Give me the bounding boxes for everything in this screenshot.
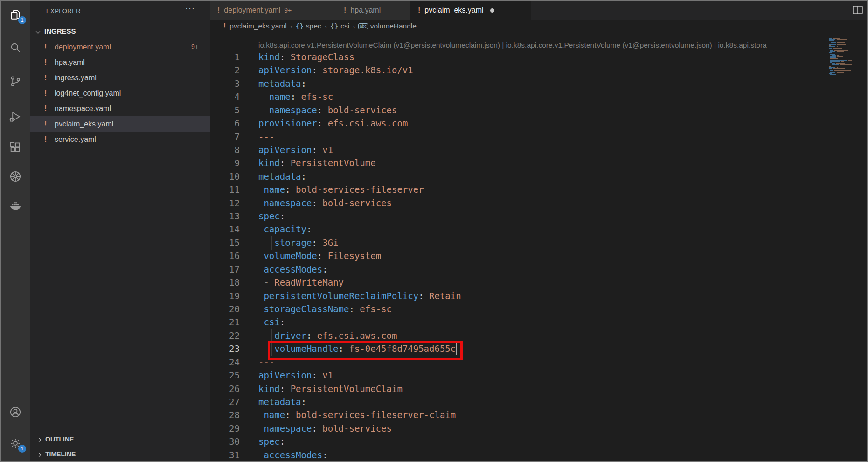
code-line-9[interactable]: 9kind: PersistentVolume <box>210 156 867 170</box>
code-line-27[interactable]: 27metadata: <box>210 395 867 409</box>
code-line-7[interactable]: 7--- <box>210 130 867 144</box>
code-line-8[interactable]: 8apiVersion: v1 <box>210 143 867 157</box>
code-line-10[interactable]: 10metadata: <box>210 170 867 183</box>
code-text: volumeMode: Filesystem <box>258 249 381 262</box>
code-text: kind: PersistentVolumeClaim <box>258 382 403 395</box>
line-number: 11 <box>210 183 240 196</box>
code-line-15[interactable]: 15storage: 3Gi <box>210 236 867 250</box>
code-line-21[interactable]: 21csi: <box>210 315 867 329</box>
code-line-29[interactable]: 29namespace: bold-services <box>210 422 867 435</box>
file-name: pvclaim_eks.yaml <box>55 116 113 132</box>
code-text: volumeHandle: fs-0e45f8d7495ad655c <box>258 342 456 355</box>
editor-group: !deployment.yaml9+!hpa.yaml!pvclaim_eks.… <box>210 1 867 461</box>
warning-icon: ! <box>44 70 47 85</box>
line-number: 8 <box>210 143 240 156</box>
code-line-30[interactable]: 30spec: <box>210 435 867 448</box>
code-line-20[interactable]: 20storageClassName: efs-sc <box>210 302 867 316</box>
code-text: csi: <box>258 315 285 329</box>
code-line-12[interactable]: 12namespace: bold-services <box>210 196 867 210</box>
code-text: spec: <box>258 435 285 448</box>
vscode-window: 1 1 EXPLORER ··· INGRESS <box>0 0 868 462</box>
line-number: 26 <box>210 382 240 395</box>
code-line-24[interactable]: 24--- <box>210 356 867 369</box>
line-number: 2 <box>210 63 240 77</box>
file-item-namespace.yaml[interactable]: !namespace.yaml <box>30 101 210 116</box>
line-number: 27 <box>210 395 240 408</box>
code-line-14[interactable]: 14capacity: <box>210 223 867 236</box>
code-text: name: efs-sc <box>258 90 333 103</box>
code-text: metadata: <box>258 395 306 408</box>
chevron-right-icon <box>37 453 42 457</box>
line-number: 18 <box>210 276 240 289</box>
code-line-4[interactable]: 4name: efs-sc <box>210 90 867 104</box>
activity-bar: 1 1 <box>1 1 30 461</box>
code-line-11[interactable]: 11name: bold-services-fileserver <box>210 183 867 196</box>
code-area[interactable]: 1kind: StorageClass2apiVersion: storage.… <box>210 1 867 461</box>
code-line-6[interactable]: 6provisioner: efs.csi.aws.com <box>210 117 867 130</box>
settings-gear-icon[interactable]: 1 <box>1 431 30 455</box>
kubernetes-icon[interactable] <box>1 164 30 189</box>
line-number: 31 <box>210 448 240 462</box>
explorer-icon[interactable]: 1 <box>1 3 30 27</box>
line-number: 20 <box>210 302 240 315</box>
code-line-23[interactable]: 23volumeHandle: fs-0e45f8d7495ad655c <box>210 342 867 356</box>
code-line-25[interactable]: 25apiVersion: v1 <box>210 369 867 382</box>
line-number: 25 <box>210 369 240 382</box>
outline-panel-header[interactable]: OUTLINE <box>30 432 210 446</box>
file-item-log4net_config.yaml[interactable]: !log4net_config.yaml <box>30 85 210 101</box>
code-line-17[interactable]: 17accessModes: <box>210 263 867 276</box>
code-text: namespace: bold-services <box>258 104 397 117</box>
line-number: 15 <box>210 236 240 249</box>
line-number: 1 <box>210 50 240 63</box>
source-control-icon[interactable] <box>1 69 30 93</box>
line-number: 14 <box>210 223 240 236</box>
code-line-1[interactable]: 1kind: StorageClass <box>210 50 867 64</box>
file-name: hpa.yaml <box>55 55 85 70</box>
code-line-5[interactable]: 5namespace: bold-services <box>210 104 867 117</box>
file-name: log4net_config.yaml <box>55 85 121 101</box>
code-line-26[interactable]: 26kind: PersistentVolumeClaim <box>210 382 867 396</box>
run-debug-icon[interactable] <box>1 105 30 129</box>
file-item-deployment.yaml[interactable]: !deployment.yaml9+ <box>30 39 210 55</box>
code-line-13[interactable]: 13spec: <box>210 210 867 223</box>
line-number: 13 <box>210 210 240 223</box>
code-line-3[interactable]: 3metadata: <box>210 77 867 91</box>
code-text: accessModes: <box>258 263 328 276</box>
file-item-pvclaim_eks.yaml[interactable]: !pvclaim_eks.yaml <box>30 116 210 132</box>
file-item-service.yaml[interactable]: !service.yaml <box>30 132 210 147</box>
account-icon[interactable] <box>1 400 30 424</box>
code-text: kind: PersistentVolume <box>258 156 376 169</box>
file-item-hpa.yaml[interactable]: !hpa.yaml <box>30 55 210 70</box>
docker-icon[interactable] <box>1 193 30 217</box>
code-line-18[interactable]: 18- ReadWriteMany <box>210 276 867 289</box>
extensions-icon[interactable] <box>1 135 30 160</box>
code-line-22[interactable]: 22driver: efs.csi.aws.com <box>210 329 867 343</box>
code-line-19[interactable]: 19persistentVolumeReclaimPolicy: Retain <box>210 289 867 303</box>
code-text: storageClassName: efs-sc <box>258 302 392 315</box>
line-number: 4 <box>210 90 240 103</box>
warning-icon: ! <box>44 39 47 55</box>
code-line-31[interactable]: 31accessModes: <box>210 448 867 462</box>
code-text: persistentVolumeReclaimPolicy: Retain <box>258 289 461 302</box>
minimap[interactable] <box>829 38 863 77</box>
line-number: 30 <box>210 435 240 448</box>
warning-icon: ! <box>44 116 47 132</box>
code-text: namespace: bold-services <box>258 196 392 210</box>
code-line-28[interactable]: 28name: bold-services-fileserver-claim <box>210 408 867 422</box>
code-line-2[interactable]: 2apiVersion: storage.k8s.io/v1 <box>210 63 867 77</box>
file-item-ingress.yaml[interactable]: !ingress.yaml <box>30 70 210 85</box>
code-text: apiVersion: storage.k8s.io/v1 <box>258 63 413 77</box>
search-icon[interactable] <box>1 35 30 60</box>
code-text: capacity: <box>258 223 312 236</box>
code-line-16[interactable]: 16volumeMode: Filesystem <box>210 249 867 263</box>
code-text: metadata: <box>258 77 306 90</box>
line-number: 24 <box>210 356 240 369</box>
line-number: 9 <box>210 156 240 169</box>
code-text: storage: 3Gi <box>258 236 339 249</box>
code-text: apiVersion: v1 <box>258 369 333 382</box>
more-actions-icon[interactable]: ··· <box>185 4 195 14</box>
timeline-panel-header[interactable]: TIMELINE <box>30 447 210 461</box>
code-text: kind: StorageClass <box>258 50 354 63</box>
folder-section-ingress[interactable]: INGRESS <box>30 24 210 38</box>
file-name: namespace.yaml <box>55 101 111 116</box>
